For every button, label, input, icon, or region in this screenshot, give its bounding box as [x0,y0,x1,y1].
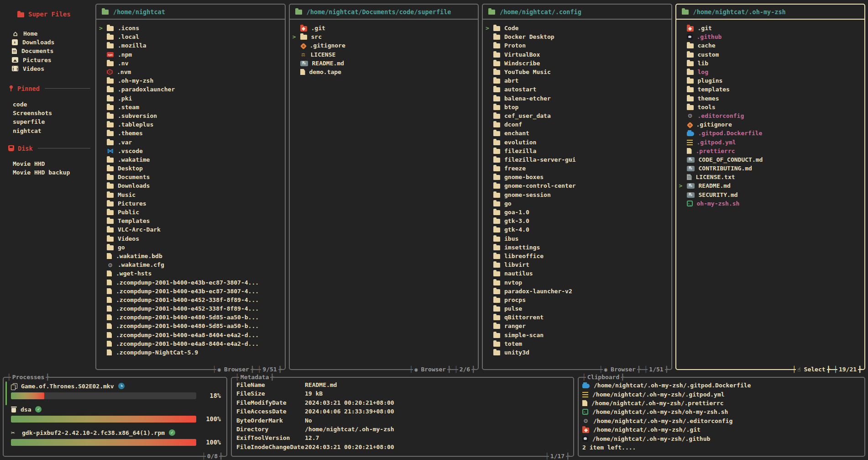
file-row[interactable]: nvtop [486,278,669,286]
file-row[interactable]: .nv [99,59,282,68]
file-row[interactable]: cef_user_data [486,111,669,120]
file-row[interactable]: gnome-boxes [486,173,669,181]
file-row[interactable]: >.icons [99,24,282,32]
file-row[interactable]: ⋈.vscode [99,147,282,155]
file-row[interactable]: ⚙.editorconfig [679,111,862,120]
sidebar-pinned-item[interactable]: Screenshots [13,109,92,117]
file-row[interactable]: Templates [99,217,282,225]
file-row[interactable]: Windscribe [486,59,669,68]
file-row[interactable]: .oh-my-zsh [99,76,282,85]
file-row[interactable]: ranger [486,322,669,330]
file-row[interactable]: .wakatime.bdb [99,252,282,260]
file-row[interactable]: .zcompdump-2001-b400-e4a8-8404-e4a2-d... [99,339,282,348]
file-row[interactable]: plugins [679,76,862,85]
sidebar-pinned-item[interactable]: Movie HHD backup [13,168,92,177]
file-row[interactable]: totem [486,339,669,348]
file-row[interactable]: M↓CODE_OF_CONDUCT.md [679,155,862,164]
file-row[interactable]: goa-1.0 [486,208,669,217]
file-row[interactable]: .prettierrc [679,147,862,155]
file-row[interactable]: gtk-4.0 [486,225,669,234]
file-row[interactable]: Proton [486,41,669,50]
file-row[interactable]: Videos [99,234,282,243]
file-row[interactable]: .var [99,137,282,146]
file-row[interactable]: M↓SECURITY.md [679,190,862,199]
file-row[interactable]: >src [293,32,476,41]
file-row[interactable]: .github [679,32,862,41]
file-row[interactable]: demo.tape [293,68,476,76]
file-row[interactable]: .zcompdump-2001-b400-e4a8-8404-e4a2-d... [99,331,282,339]
sidebar-item-pictures[interactable]: Pictures [12,56,92,64]
file-row[interactable]: Downloads [99,181,282,190]
file-row[interactable]: dconf [486,120,669,129]
file-row[interactable]: .nvm [99,68,282,76]
file-row[interactable]: .gitpod.Dockerfile [679,129,862,137]
file-row[interactable]: abrt [486,76,669,85]
file-row[interactable]: >Code [486,24,669,32]
file-row[interactable]: Pictures [99,199,282,208]
process-item[interactable]: Game.of.Thrones.S02E02.mkv18% [11,381,221,399]
file-row[interactable]: pulse [486,304,669,313]
file-row[interactable]: .git [679,24,862,32]
file-row[interactable]: gnome-control-center [486,181,669,190]
file-row[interactable]: .gitpod.yml [679,137,862,146]
file-row[interactable]: evolution [486,137,669,146]
file-row[interactable]: VLC-Arc-Dark [99,225,282,234]
file-row[interactable]: M↓README.md [293,59,476,68]
file-row[interactable]: M↓CONTRIBUTING.md [679,164,862,173]
file-row[interactable]: VirtualBox [486,50,669,59]
file-row[interactable]: Documents [99,173,282,181]
file-row[interactable]: lib [679,59,862,68]
file-row[interactable]: .wget-hsts [99,269,282,278]
file-row[interactable]: go [486,199,669,208]
file-row[interactable]: .gitignore [293,41,476,50]
file-row[interactable]: gtk-3.0 [486,217,669,225]
file-row[interactable]: .gitignore [679,120,862,129]
sidebar-item-videos[interactable]: Videos [12,64,92,73]
file-row[interactable]: .npm [99,50,282,59]
file-row[interactable]: .zcompdump-2001-b400-e452-338f-8f89-4... [99,296,282,304]
file-row[interactable]: >_oh-my-zsh.sh [679,199,862,208]
file-row[interactable]: nautilus [486,269,669,278]
sidebar-pinned-item[interactable]: nightcat [13,127,92,135]
file-row[interactable]: go [99,243,282,252]
file-row[interactable]: paradox-launcher-v2 [486,287,669,296]
file-row[interactable]: .paradoxlauncher [99,85,282,94]
file-row[interactable]: qBittorrent [486,313,669,322]
file-row[interactable]: .themes [99,129,282,137]
sidebar-item-home[interactable]: ⌂Home [12,29,92,38]
file-row[interactable]: .mozilla [99,41,282,50]
file-row[interactable]: custom [679,50,862,59]
file-row[interactable]: .steam [99,103,282,111]
process-item[interactable]: ✂gdk-pixbuf2-2.42.10-2.fc38.x86_64(1).rp… [11,428,221,446]
process-item[interactable]: dsa✓100% [11,405,221,423]
file-row[interactable]: gnome-session [486,190,669,199]
file-row[interactable]: .zcompdump-2001-b400-e480-5d85-aa50-b... [99,322,282,330]
file-row[interactable]: Desktop [99,164,282,173]
file-row[interactable]: autostart [486,85,669,94]
file-row[interactable]: .local [99,32,282,41]
file-row[interactable]: Docker Desktop [486,32,669,41]
file-row[interactable]: Public [99,208,282,217]
file-row[interactable]: imsettings [486,243,669,252]
file-row[interactable]: >M↓README.md [679,181,862,190]
file-row[interactable]: .tableplus [99,120,282,129]
file-row[interactable]: ⚖LICENSE [293,50,476,59]
file-row[interactable]: YouTube Music [486,68,669,76]
file-row[interactable]: ⚙.wakatime.cfg [99,260,282,269]
file-row[interactable]: .zcompdump-2001-b400-e43b-ec87-3807-4... [99,278,282,286]
file-row[interactable]: libvirt [486,260,669,269]
file-row[interactable]: .wakatime [99,155,282,164]
file-row[interactable]: filezilla [486,147,669,155]
file-row[interactable]: libreoffice [486,252,669,260]
file-row[interactable]: .zcompdump-2001-b400-e43b-ec87-3807-4... [99,287,282,296]
file-row[interactable]: btop [486,103,669,111]
file-row[interactable]: unity3d [486,348,669,357]
file-row[interactable]: templates [679,85,862,94]
file-row[interactable]: .zcompdump-NightCat-5.9 [99,348,282,357]
sidebar-pinned-item[interactable]: superfile [13,117,92,126]
file-row[interactable]: ibus [486,234,669,243]
file-row[interactable]: Music [99,190,282,199]
file-row[interactable]: .git [293,24,476,32]
sidebar-item-documents[interactable]: Documents [12,47,92,55]
sidebar-pinned-item[interactable]: code [13,100,92,109]
